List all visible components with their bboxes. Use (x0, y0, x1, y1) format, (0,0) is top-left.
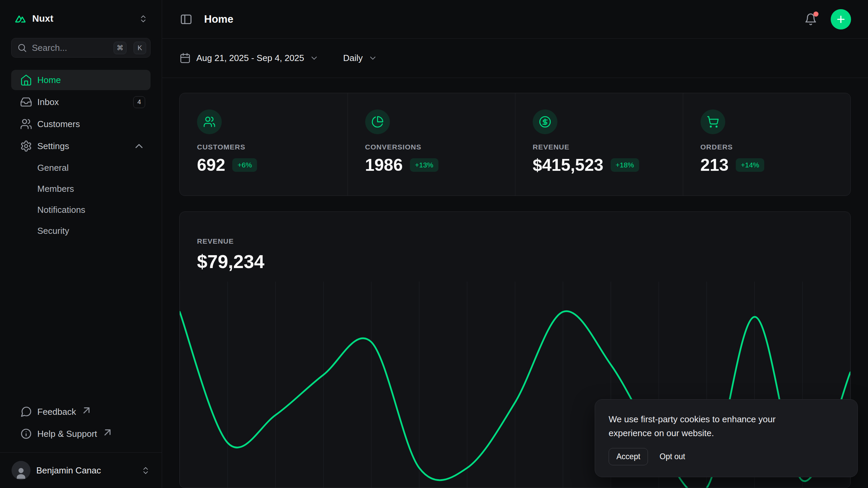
sidebar-item-members[interactable]: Members (11, 179, 151, 199)
stat-delta-badge: +13% (410, 158, 438, 172)
sub-item-label: Security (37, 226, 69, 236)
add-button[interactable] (831, 9, 851, 29)
sidebar-item-customers[interactable]: Customers (11, 114, 151, 134)
cookie-message: We use first-party cookies to enhance yo… (609, 412, 812, 440)
users-icon (197, 109, 222, 134)
stat-value: 1986 (365, 155, 403, 175)
page-title: Home (204, 13, 233, 25)
stat-delta-badge: +18% (611, 158, 639, 172)
workspace-switcher[interactable]: Nuxt (11, 9, 151, 28)
stat-orders[interactable]: ORDERS 213 +14% (683, 93, 851, 196)
info-circle-icon (20, 428, 32, 440)
user-section: Benjamin Canac (0, 452, 162, 488)
sidebar-item-label: Inbox (37, 97, 59, 107)
kbd-k: K (134, 42, 146, 54)
nuxt-logo-icon (14, 12, 27, 25)
avatar (12, 461, 31, 480)
feedback-label: Feedback (37, 407, 76, 417)
date-range-label: Aug 21, 2025 - Sep 4, 2025 (196, 53, 304, 63)
stats-card: CUSTOMERS 692 +6% CONVERSIONS 1986 +13% (179, 93, 851, 196)
sidebar-toggle-button[interactable] (176, 9, 196, 29)
sub-item-label: Notifications (37, 205, 85, 215)
stat-value: $415,523 (533, 155, 604, 175)
stat-label: REVENUE (533, 143, 666, 151)
notifications-button[interactable] (801, 9, 821, 29)
revenue-chart-value: $79,234 (197, 251, 833, 272)
opt-out-button[interactable]: Opt out (659, 452, 685, 461)
gear-icon (20, 140, 32, 152)
stat-value: 692 (197, 155, 225, 175)
stat-delta-badge: +14% (736, 158, 764, 172)
sub-item-label: General (37, 163, 69, 173)
stat-label: CUSTOMERS (197, 143, 330, 151)
stat-customers[interactable]: CUSTOMERS 692 +6% (180, 93, 348, 196)
sidebar-item-security[interactable]: Security (11, 221, 151, 241)
inbox-count-badge: 4 (133, 96, 145, 108)
sidebar-item-settings[interactable]: Settings (11, 136, 151, 156)
stat-label: ORDERS (701, 143, 833, 151)
inbox-icon (20, 96, 32, 108)
sidebar-item-notifications[interactable]: Notifications (11, 200, 151, 220)
sub-item-label: Members (37, 184, 74, 194)
feedback-link[interactable]: Feedback (11, 402, 151, 422)
notification-dot (813, 12, 818, 17)
revenue-chart-label: REVENUE (197, 237, 833, 245)
stat-revenue[interactable]: REVENUE $415,523 +18% (515, 93, 683, 196)
sidebar-item-label: Customers (37, 119, 80, 129)
home-icon (20, 74, 32, 86)
kbd-command: ⌘ (114, 42, 126, 54)
settings-subnav: General Members Notifications Security (11, 158, 151, 242)
user-menu[interactable]: Benjamin Canac (7, 458, 155, 483)
sidebar-item-general[interactable]: General (11, 158, 151, 178)
chevron-down-icon (368, 54, 377, 63)
chevrons-up-down-icon (141, 466, 150, 475)
workspace-name: Nuxt (32, 13, 53, 24)
panel-left-icon (180, 13, 193, 26)
date-range-picker[interactable]: Aug 21, 2025 - Sep 4, 2025 (179, 53, 319, 64)
calendar-icon (179, 53, 191, 64)
chevrons-up-down-icon (139, 14, 148, 23)
search-input[interactable] (32, 43, 109, 53)
cookie-banner: We use first-party cookies to enhance yo… (595, 399, 858, 477)
sidebar: Nuxt ⌘ K Home (0, 0, 162, 488)
help-support-link[interactable]: Help & Support (11, 424, 151, 444)
cart-icon (701, 109, 725, 134)
chevron-down-icon (310, 54, 319, 63)
search-icon (17, 43, 27, 53)
external-link-icon (80, 404, 93, 416)
sidebar-item-inbox[interactable]: Inbox 4 (11, 92, 151, 112)
sidebar-spacer (11, 242, 151, 402)
help-support-label: Help & Support (37, 429, 97, 439)
granularity-label: Daily (343, 53, 363, 63)
app-root: Nuxt ⌘ K Home (0, 0, 868, 488)
external-link-icon (101, 426, 114, 439)
dollar-circle-icon (533, 109, 557, 134)
page-header: Home (162, 0, 868, 39)
pie-chart-icon (365, 109, 390, 134)
stat-conversions[interactable]: CONVERSIONS 1986 +13% (348, 93, 515, 196)
stat-label: CONVERSIONS (365, 143, 498, 151)
stat-delta-badge: +6% (232, 158, 257, 172)
sidebar-item-home[interactable]: Home (11, 70, 151, 90)
users-icon (20, 118, 32, 130)
sidebar-item-label: Home (37, 75, 61, 85)
stat-value: 213 (701, 155, 729, 175)
plus-icon (835, 14, 846, 25)
sidebar-nav: Home Inbox 4 Customers (11, 70, 151, 242)
chat-bubble-icon (20, 406, 32, 418)
filter-bar: Aug 21, 2025 - Sep 4, 2025 Daily (162, 39, 868, 78)
accept-button[interactable]: Accept (609, 448, 648, 465)
sidebar-item-label: Settings (37, 141, 69, 151)
user-name: Benjamin Canac (36, 465, 101, 476)
granularity-select[interactable]: Daily (343, 53, 377, 63)
search-box[interactable]: ⌘ K (11, 38, 151, 58)
chevron-up-icon (133, 140, 145, 152)
